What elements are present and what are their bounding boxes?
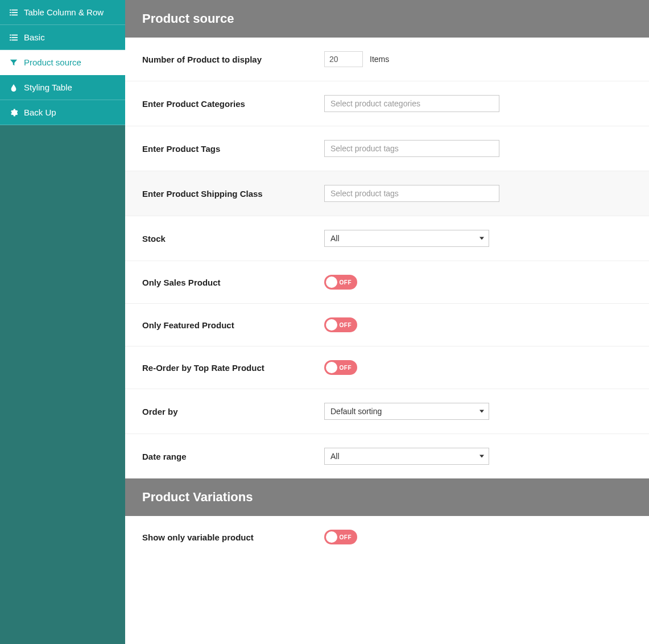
label-only-featured: Only Featured Product xyxy=(142,320,324,330)
label-number-of-product: Number of Product to display xyxy=(142,55,324,64)
svg-rect-11 xyxy=(12,39,18,40)
svg-rect-2 xyxy=(10,12,11,13)
section-header-product-variations: Product Variations xyxy=(125,478,649,516)
dropdown-value: All xyxy=(330,234,340,243)
row-order-by: Order by Default sorting xyxy=(125,389,649,434)
svg-rect-8 xyxy=(10,37,11,38)
section-title: Product source xyxy=(142,11,234,26)
svg-rect-5 xyxy=(12,14,18,15)
toggle-state-label: OFF xyxy=(340,279,352,286)
toggle-state-label: OFF xyxy=(340,322,352,328)
row-only-sales: Only Sales Product OFF xyxy=(125,261,649,304)
items-unit-text: Items xyxy=(370,55,389,64)
row-product-tags: Enter Product Tags xyxy=(125,126,649,171)
svg-rect-7 xyxy=(12,34,18,35)
chevron-down-icon xyxy=(479,410,484,413)
only-sales-toggle[interactable]: OFF xyxy=(324,275,357,290)
label-shipping-class: Enter Product Shipping Class xyxy=(142,189,324,199)
sidebar-item-styling-table[interactable]: Styling Table xyxy=(0,75,125,100)
sidebar-item-label: Product source xyxy=(24,57,81,67)
section-header-product-source: Product source xyxy=(125,0,649,38)
toggle-state-label: OFF xyxy=(340,365,352,371)
label-stock: Stock xyxy=(142,234,324,243)
order-by-dropdown[interactable]: Default sorting xyxy=(324,403,489,420)
row-number-of-product: Number of Product to display Items xyxy=(125,38,649,81)
svg-rect-10 xyxy=(10,39,11,40)
label-show-only-variable: Show only variable product xyxy=(142,532,324,542)
chevron-down-icon xyxy=(479,455,484,458)
row-shipping-class: Enter Product Shipping Class xyxy=(125,171,649,216)
number-of-product-input[interactable] xyxy=(324,51,363,67)
toggle-knob xyxy=(326,276,337,288)
stock-dropdown[interactable]: All xyxy=(324,230,489,247)
product-categories-input[interactable] xyxy=(324,95,499,112)
dropdown-value: Default sorting xyxy=(330,407,382,416)
row-date-range: Date range All xyxy=(125,434,649,478)
label-only-sales: Only Sales Product xyxy=(142,278,324,287)
sidebar: Table Column & Row Basic Product source … xyxy=(0,0,125,644)
show-only-variable-toggle[interactable]: OFF xyxy=(324,530,357,544)
product-tags-input[interactable] xyxy=(324,140,499,157)
svg-rect-6 xyxy=(10,34,11,35)
svg-rect-9 xyxy=(12,37,18,38)
chevron-down-icon xyxy=(479,237,484,240)
toggle-state-label: OFF xyxy=(340,534,352,540)
shipping-class-input[interactable] xyxy=(324,185,499,202)
filter-icon xyxy=(9,58,18,67)
list-icon xyxy=(9,8,18,17)
sidebar-item-label: Back Up xyxy=(24,108,56,117)
sidebar-item-label: Basic xyxy=(24,32,45,42)
row-product-categories: Enter Product Categories xyxy=(125,81,649,126)
svg-rect-4 xyxy=(10,14,11,15)
section-title: Product Variations xyxy=(142,490,253,504)
svg-rect-3 xyxy=(12,12,18,13)
toggle-knob xyxy=(326,531,337,543)
row-stock: Stock All xyxy=(125,216,649,261)
row-show-only-variable: Show only variable product OFF xyxy=(125,516,649,558)
drop-icon xyxy=(9,83,18,92)
gear-icon xyxy=(9,108,18,117)
row-reorder-top-rate: Re-Order by Top Rate Product OFF xyxy=(125,346,649,389)
list-icon xyxy=(9,33,18,42)
label-product-tags: Enter Product Tags xyxy=(142,144,324,154)
toggle-knob xyxy=(326,319,337,331)
label-product-categories: Enter Product Categories xyxy=(142,99,324,109)
sidebar-item-label: Styling Table xyxy=(24,82,72,92)
only-featured-toggle[interactable]: OFF xyxy=(324,317,357,332)
svg-rect-1 xyxy=(12,9,18,10)
row-only-featured: Only Featured Product OFF xyxy=(125,304,649,346)
sidebar-item-label: Table Column & Row xyxy=(24,7,104,17)
dropdown-value: All xyxy=(330,452,340,461)
svg-rect-0 xyxy=(10,9,11,10)
label-date-range: Date range xyxy=(142,452,324,461)
toggle-knob xyxy=(326,362,337,373)
label-reorder-top-rate: Re-Order by Top Rate Product xyxy=(142,363,324,373)
label-order-by: Order by xyxy=(142,407,324,416)
sidebar-item-back-up[interactable]: Back Up xyxy=(0,100,125,125)
sidebar-item-product-source[interactable]: Product source xyxy=(0,50,125,75)
sidebar-item-basic[interactable]: Basic xyxy=(0,25,125,50)
date-range-dropdown[interactable]: All xyxy=(324,448,489,465)
sidebar-item-table-column-row[interactable]: Table Column & Row xyxy=(0,0,125,25)
main-content: Product source Number of Product to disp… xyxy=(125,0,649,644)
reorder-top-rate-toggle[interactable]: OFF xyxy=(324,360,357,375)
